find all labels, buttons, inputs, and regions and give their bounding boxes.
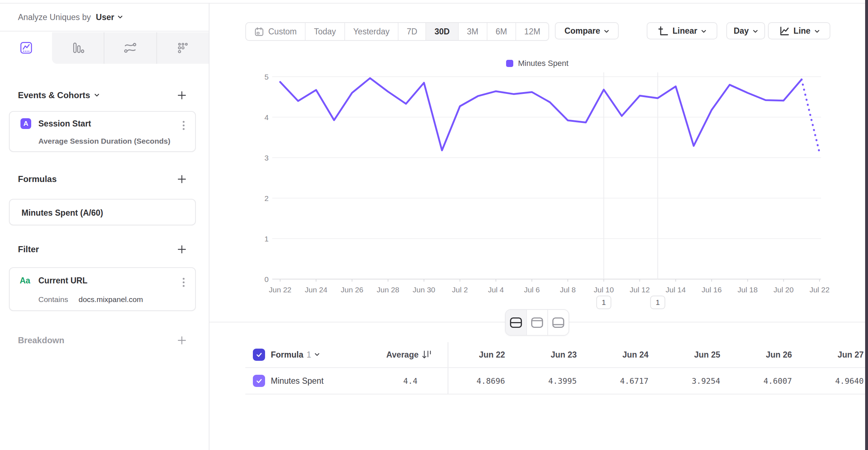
analyze-uniques-row: Analyze Uniques by User: [0, 4, 209, 32]
date-column-header[interactable]: Jun 24: [577, 350, 648, 360]
series-value: 4.3995: [505, 377, 577, 386]
y-axis-tick-label: 5: [264, 73, 269, 81]
filter-value[interactable]: docs.mixpanel.com: [79, 295, 143, 304]
tab-insights[interactable]: [0, 32, 52, 64]
date-range-3m[interactable]: 3M: [458, 23, 487, 40]
mixpanel-insights-report: Analyze Uniques by User Events & Cohorts…: [0, 0, 868, 450]
date-range-30d[interactable]: 30D: [425, 23, 458, 40]
series-value: 4.9640: [792, 377, 864, 386]
event-name[interactable]: Session Start: [38, 119, 91, 129]
series-line: [280, 78, 802, 150]
date-range-today[interactable]: Today: [305, 23, 344, 40]
x-axis-tick-label: Jul 18: [737, 286, 758, 294]
filter-kebab-menu[interactable]: [180, 275, 187, 289]
scale-selector-button[interactable]: Linear: [647, 22, 717, 39]
x-axis-tick-label: Jul 16: [702, 286, 722, 294]
x-axis-tick-label: Jun 24: [305, 286, 327, 294]
select-all-checkbox[interactable]: [253, 349, 265, 361]
date-column-header[interactable]: Jun 26: [720, 350, 792, 360]
pane-bottom-icon: [552, 317, 565, 329]
formula-card[interactable]: Minutes Spent (A/60): [9, 199, 196, 225]
events-cohorts-header: Events & Cohorts: [0, 87, 209, 103]
y-axis-tick-label: 4: [264, 113, 269, 121]
events-cohorts-title: Events & Cohorts: [18, 90, 90, 100]
add-event-button[interactable]: [176, 89, 188, 101]
split-view-button[interactable]: [506, 310, 526, 335]
series-value: 4.6717: [577, 377, 648, 386]
average-column-header[interactable]: Average: [386, 350, 432, 360]
x-axis-tick-label: Jul 8: [560, 286, 576, 294]
date-column-header[interactable]: Jun 22: [448, 350, 505, 360]
chevron-down-icon: [118, 15, 123, 19]
series-average-value: 4.4: [403, 377, 418, 386]
date-range-12m[interactable]: 12M: [515, 23, 549, 40]
x-axis-tick-label: Jul 14: [666, 286, 686, 294]
add-formula-button[interactable]: [176, 173, 188, 185]
date-column-header[interactable]: Jun 23: [505, 350, 577, 360]
series-value: 4.8696: [448, 377, 505, 386]
compare-button[interactable]: Compare: [555, 22, 619, 39]
tab-retention[interactable]: [156, 32, 209, 64]
tab-bar[interactable]: [52, 32, 104, 64]
flows-icon: [123, 41, 137, 55]
query-builder-sidebar: Analyze Uniques by User Events & Cohorts…: [0, 4, 209, 450]
add-breakdown-button[interactable]: [176, 334, 188, 346]
breakdown-title: Breakdown: [18, 335, 64, 345]
formula-name[interactable]: Minutes Spent (A/60): [22, 208, 103, 218]
x-axis-tick-label: Jul 12: [630, 286, 650, 294]
breakdown-header: Breakdown: [0, 332, 209, 348]
linear-axis-icon: [658, 25, 669, 36]
event-aggregation[interactable]: Average Session Duration (Seconds): [38, 137, 170, 145]
string-property-icon: Aa: [20, 276, 30, 286]
event-kebab-menu[interactable]: [180, 118, 187, 133]
filter-property-name[interactable]: Current URL: [38, 276, 88, 286]
analyze-uniques-selector[interactable]: User: [96, 13, 123, 22]
x-axis-tick-label: Jul 20: [774, 286, 794, 294]
date-range-7d[interactable]: 7D: [398, 23, 425, 40]
sort-descending-icon[interactable]: [422, 350, 432, 360]
x-axis-tick-label: Jun 28: [377, 286, 399, 294]
date-column-header[interactable]: Jun 27: [792, 350, 864, 360]
chart-only-view-button[interactable]: [526, 310, 547, 335]
filter-title: Filter: [18, 244, 39, 254]
chevron-down-icon: [315, 353, 320, 356]
line-chart-icon: [19, 41, 33, 55]
chevron-down-icon: [701, 30, 706, 33]
table-only-view-button[interactable]: [547, 310, 569, 335]
add-filter-button[interactable]: [176, 243, 188, 255]
chevron-down-icon: [94, 94, 99, 97]
x-axis-tick-label: Jun 22: [269, 286, 291, 294]
x-axis-tick-label: Jul 6: [524, 286, 540, 294]
window-edge-strip: [865, 0, 868, 450]
date-column-values: 4.86964.39954.67173.92544.60074.9640: [448, 368, 864, 394]
grid-dots-icon: [176, 41, 190, 55]
chart-type-selector-button[interactable]: Line: [768, 22, 830, 39]
date-column-headers: Jun 22Jun 23Jun 24Jun 25Jun 26Jun 27: [448, 342, 864, 367]
line-chart[interactable]: 01234511Jun 22Jun 24Jun 26Jun 28Jun 30Ju…: [209, 50, 865, 317]
date-column-header[interactable]: Jun 25: [648, 350, 720, 360]
chevron-down-icon: [815, 30, 820, 33]
x-axis-tick-label: Jul 10: [594, 286, 614, 294]
x-axis-tick-label: Jun 30: [413, 286, 435, 294]
filter-operator[interactable]: Contains: [38, 295, 68, 303]
date-range-yesterday[interactable]: Yesterday: [344, 23, 398, 40]
bar-chart-icon: [71, 41, 85, 55]
table-data-row[interactable]: Minutes Spent 4.4 4.86964.39954.67173.92…: [245, 367, 865, 394]
series-checkbox[interactable]: [253, 375, 265, 387]
line-chart-type-icon: [779, 25, 789, 36]
series-value: 3.9254: [648, 377, 720, 386]
filter-card[interactable]: Aa Current URL Contains docs.mixpanel.co…: [9, 267, 196, 311]
series-value: 4.6007: [720, 377, 792, 386]
event-card[interactable]: A Session Start Average Session Duration…: [9, 111, 196, 152]
y-axis-tick-label: 3: [264, 154, 269, 162]
formula-column-header[interactable]: Formula 1: [271, 350, 320, 360]
date-range-selector: CustomTodayYesterday7D30D3M6M12M: [245, 22, 549, 41]
split-view-icon: [509, 317, 523, 329]
table-header-row: Formula 1 Average Jun 22Jun 23Jun 24Jun …: [245, 342, 865, 367]
tab-flows[interactable]: [104, 32, 156, 64]
report-type-tabs: [0, 32, 209, 64]
date-range-6m[interactable]: 6M: [487, 23, 515, 40]
chevron-down-icon: [604, 30, 609, 33]
interval-selector-button[interactable]: Day: [726, 22, 765, 39]
date-range-custom[interactable]: Custom: [246, 23, 305, 40]
